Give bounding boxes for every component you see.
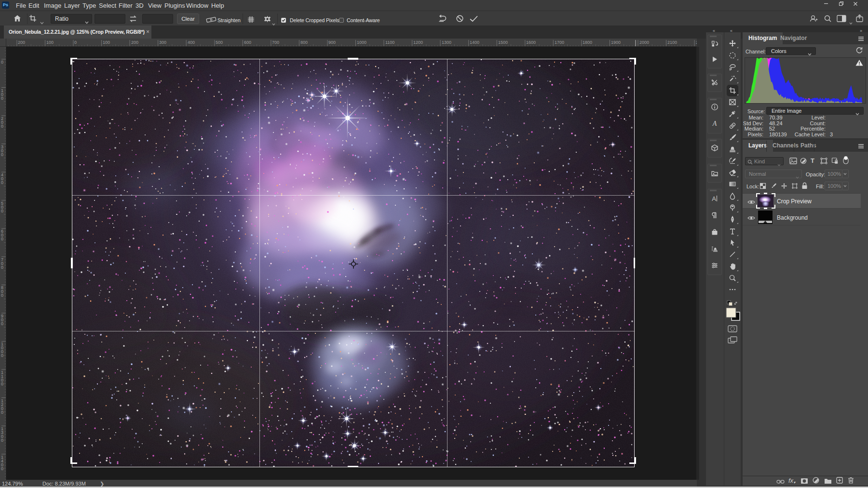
- svg-text:A: A: [712, 195, 716, 202]
- svg-text:1100: 1100: [385, 40, 394, 45]
- svg-text:1500: 1500: [498, 40, 508, 45]
- svg-text:0: 0: [1, 180, 3, 185]
- svg-text:300: 300: [159, 40, 166, 45]
- svg-text:800: 800: [300, 40, 308, 45]
- svg-text:500: 500: [216, 40, 223, 45]
- svg-text:400: 400: [188, 40, 195, 45]
- svg-text:0: 0: [1, 410, 3, 415]
- svg-text:0: 0: [1, 466, 3, 471]
- svg-text:0: 0: [1, 60, 3, 65]
- svg-text:700: 700: [272, 40, 279, 45]
- svg-text:0: 0: [1, 353, 3, 358]
- svg-text:200: 200: [18, 40, 25, 45]
- svg-text:0: 0: [1, 265, 3, 270]
- svg-text:2100: 2100: [667, 40, 677, 45]
- svg-text:0: 0: [1, 438, 3, 443]
- svg-text:0: 0: [1, 293, 3, 298]
- svg-text:1200: 1200: [413, 40, 423, 45]
- svg-text:0: 0: [74, 40, 77, 45]
- svg-text:100: 100: [103, 40, 110, 45]
- svg-text:0: 0: [1, 152, 3, 157]
- svg-text:2200: 2200: [696, 40, 697, 45]
- svg-text:2000: 2000: [639, 40, 649, 45]
- svg-text:0: 0: [1, 209, 3, 213]
- svg-text:0: 0: [1, 382, 3, 386]
- svg-text:1300: 1300: [442, 40, 451, 45]
- svg-text:1900: 1900: [611, 40, 621, 45]
- svg-text:1800: 1800: [583, 40, 592, 45]
- svg-text:0: 0: [1, 237, 3, 241]
- svg-text:0: 0: [1, 96, 3, 101]
- svg-text:100: 100: [46, 40, 54, 45]
- svg-text:1000: 1000: [357, 40, 366, 45]
- svg-text:A: A: [712, 120, 717, 127]
- svg-text:0: 0: [1, 124, 3, 129]
- svg-text:1700: 1700: [555, 40, 564, 45]
- svg-text:900: 900: [328, 40, 336, 45]
- svg-text:1400: 1400: [470, 40, 479, 45]
- svg-text:200: 200: [131, 40, 138, 45]
- svg-text:1600: 1600: [526, 40, 536, 45]
- svg-text:600: 600: [244, 40, 251, 45]
- svg-text:0: 0: [1, 321, 3, 326]
